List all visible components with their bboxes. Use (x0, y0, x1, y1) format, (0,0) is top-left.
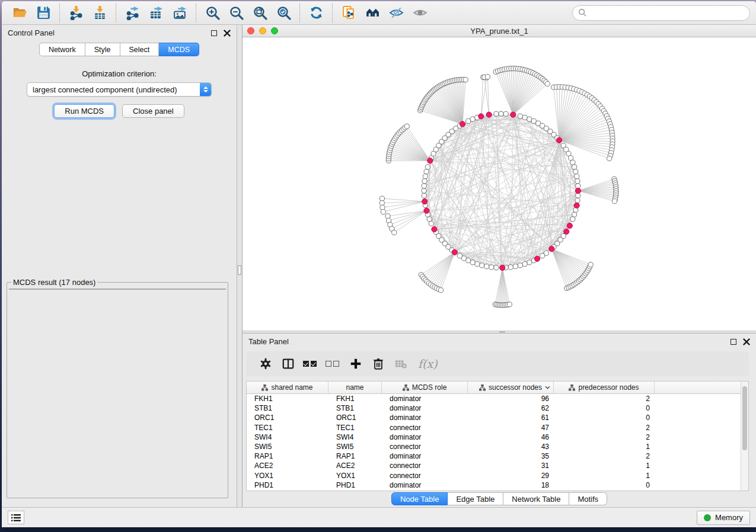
mcds-hub-node[interactable] (549, 246, 554, 252)
hide-all-columns-button[interactable] (322, 354, 344, 374)
memory-button[interactable]: Memory (697, 511, 750, 525)
mcds-hub-node[interactable] (486, 112, 492, 117)
mcds-hub-node[interactable] (557, 137, 562, 143)
table-row[interactable]: PHD1PHD1dominator180 (247, 480, 741, 490)
cell-shared-name: SWI5 (247, 443, 328, 451)
table-settings-button[interactable] (254, 354, 277, 374)
mcds-hub-node[interactable] (428, 158, 433, 164)
mcds-hub-node[interactable] (422, 198, 428, 204)
hide-selected-button[interactable] (384, 3, 408, 23)
main-toolbar (2, 1, 756, 25)
delete-column-button[interactable] (367, 354, 390, 374)
window-maximize-icon[interactable] (271, 27, 278, 34)
mcds-hub-node[interactable] (432, 226, 437, 232)
save-session-button[interactable] (31, 3, 55, 23)
cell-name: ORC1 (328, 414, 382, 422)
tab-node-table[interactable]: Node Table (391, 492, 448, 505)
close-panel-icon[interactable] (743, 338, 750, 345)
zoom-selected-button[interactable] (272, 3, 295, 23)
mcds-hub-node[interactable] (460, 121, 465, 127)
table-row[interactable]: YOX1YOX1connector291 (247, 471, 741, 480)
column-header-shared-name[interactable]: shared name (247, 382, 328, 393)
column-label: predecessor nodes (578, 383, 639, 392)
mcds-hub-node[interactable] (575, 188, 580, 193)
import-network-button[interactable] (64, 3, 88, 23)
column-header-MCDS-role[interactable]: MCDS role (382, 382, 468, 393)
table-scrollbar[interactable] (741, 382, 748, 491)
import-table-button[interactable] (88, 3, 111, 23)
mcds-hub-node[interactable] (500, 265, 505, 270)
copy-network-button[interactable] (337, 3, 361, 23)
table-row[interactable]: RAP1RAP1dominator352 (247, 451, 741, 461)
search-input[interactable] (587, 8, 744, 17)
zoom-in-button[interactable] (200, 3, 224, 23)
create-column-button[interactable] (344, 354, 367, 374)
show-all-columns-button[interactable] (299, 354, 322, 374)
mcds-hub-node[interactable] (574, 203, 579, 208)
mcds-hub-node[interactable] (564, 229, 569, 234)
table-row[interactable]: SWI4SWI4dominator462 (247, 432, 741, 442)
zoom-fit-icon (253, 5, 267, 20)
split-panel-button[interactable] (277, 354, 299, 374)
refresh-layout-button[interactable] (304, 3, 328, 23)
close-panel-button[interactable]: Close panel (122, 104, 184, 118)
float-panel-icon[interactable] (731, 339, 736, 345)
open-file-button[interactable] (8, 3, 31, 23)
save-icon (36, 5, 51, 20)
vertical-splitter[interactable] (237, 25, 243, 507)
table-row[interactable]: FKH1FKH1dominator962 (247, 394, 741, 403)
float-panel-icon[interactable] (211, 30, 217, 36)
close-panel-icon[interactable] (224, 30, 231, 37)
first-neighbors-button[interactable] (361, 3, 384, 23)
tab-select[interactable]: Select (120, 43, 160, 56)
function-builder-button: f(x) (418, 357, 438, 370)
show-all-button[interactable] (408, 3, 432, 23)
tab-style[interactable]: Style (85, 43, 120, 56)
window-minimize-icon[interactable] (259, 27, 266, 34)
unchecked-box-icon (326, 361, 331, 367)
mcds-result-title: MCDS result (17 nodes) (11, 278, 97, 287)
optimization-dropdown[interactable]: largest connected component (undirected) (27, 82, 212, 97)
table-panel: Table Panel (243, 334, 756, 507)
window-close-icon[interactable] (247, 27, 254, 34)
mcds-result-list[interactable]: PHD1CAR1STP4TID3YOX1SWI4SRD1PMA2FKH1ACE2… (9, 289, 219, 291)
mcds-hub-node[interactable] (452, 249, 457, 255)
network-canvas[interactable] (243, 37, 756, 331)
panel-list-button[interactable] (8, 511, 24, 524)
mcds-hub-node[interactable] (479, 114, 484, 119)
column-header-successor-nodes[interactable]: successor nodes (468, 382, 554, 393)
table-panel-titlebar: Table Panel (243, 334, 756, 350)
tab-edge-table[interactable]: Edge Table (448, 492, 503, 505)
export-network-button[interactable] (120, 3, 144, 23)
cell-MCDS-role: dominator (382, 404, 468, 412)
toolbar-separator (59, 4, 60, 23)
zoom-out-button[interactable] (224, 3, 248, 23)
tab-network[interactable]: Network (39, 43, 85, 56)
column-header-predecessor-nodes[interactable]: predecessor nodes (554, 382, 655, 393)
mcds-hub-node[interactable] (511, 112, 516, 117)
mcds-hub-node[interactable] (424, 208, 429, 213)
mcds-hub-node[interactable] (567, 223, 572, 228)
cell-predecessor-nodes: 1 (554, 443, 655, 451)
scrollbar-thumb[interactable] (742, 386, 747, 450)
export-image-button[interactable] (168, 3, 192, 23)
table-row[interactable]: SWI5SWI5connector431 (247, 442, 741, 451)
table-row[interactable]: ORC1ORC1dominator610 (247, 413, 741, 422)
run-mcds-button[interactable]: Run MCDS (54, 104, 114, 118)
cell-shared-name: ACE2 (247, 462, 328, 470)
zoom-fit-button[interactable] (248, 3, 272, 23)
cell-successor-nodes: 62 (468, 404, 554, 412)
splitter-handle[interactable] (238, 265, 241, 275)
tab-network-table[interactable]: Network Table (503, 492, 569, 505)
network-graph[interactable] (243, 37, 756, 331)
cell-predecessor-nodes: 0 (554, 414, 655, 422)
column-header-name[interactable]: name (328, 382, 382, 393)
table-row[interactable]: ACE2ACE2connector311 (247, 461, 741, 470)
export-table-button[interactable] (144, 3, 168, 23)
tab-mcds[interactable]: MCDS (159, 43, 199, 56)
table-row[interactable]: STB1STB1dominator620 (247, 403, 741, 413)
cell-predecessor-nodes: 0 (554, 404, 655, 412)
tab-motifs[interactable]: Motifs (569, 492, 607, 505)
table-row[interactable]: TEC1TEC1connector472 (247, 423, 741, 432)
mcds-hub-node[interactable] (534, 256, 540, 261)
